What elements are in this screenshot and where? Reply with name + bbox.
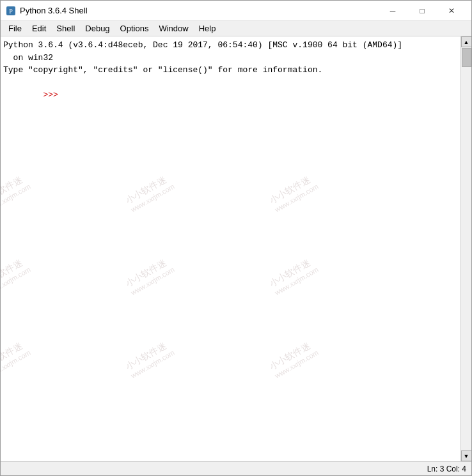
watermark-9: 小小软件迷 www.xxrjm.com — [268, 339, 320, 380]
main-window: P Python 3.6.4 Shell ─ □ ✕ File Edit She… — [0, 0, 472, 476]
menu-bar: File Edit Shell Debug Options Window Hel… — [1, 21, 471, 36]
minimize-button[interactable]: ─ — [378, 1, 407, 21]
shell-prompt: >>> — [43, 90, 63, 100]
window-title: Python 3.6.4 Shell — [20, 6, 378, 15]
menu-file[interactable]: File — [3, 22, 27, 35]
cursor-position: Ln: 3 Col: 4 — [427, 464, 466, 473]
menu-options[interactable]: Options — [115, 22, 154, 35]
watermark-1: 小小软件迷 www.xxrjm.com — [1, 173, 32, 213]
maximize-button[interactable]: □ — [407, 1, 437, 21]
status-bar: Ln: 3 Col: 4 — [1, 461, 471, 475]
menu-window[interactable]: Window — [153, 22, 193, 35]
scrollbar-up-button[interactable]: ▲ — [461, 36, 472, 47]
shell-prompt-line: >>> — [3, 77, 458, 114]
close-button[interactable]: ✕ — [437, 1, 466, 21]
watermark-2: 小小软件迷 www.xxrjm.com — [124, 173, 176, 213]
shell-content[interactable]: Python 3.6.4 (v3.6.4:d48eceb, Dec 19 201… — [1, 36, 460, 461]
menu-shell[interactable]: Shell — [51, 22, 80, 35]
watermark-7: 小小软件迷 www.xxrjm.com — [1, 339, 32, 380]
app-icon: P — [6, 6, 16, 16]
watermark-8: 小小软件迷 www.xxrjm.com — [124, 339, 176, 380]
shell-line-1: Python 3.6.4 (v3.6.4:d48eceb, Dec 19 201… — [3, 39, 458, 52]
scrollbar-vertical[interactable]: ▲ ▼ — [460, 36, 471, 461]
svg-text:P: P — [9, 8, 13, 15]
shell-body: Python 3.6.4 (v3.6.4:d48eceb, Dec 19 201… — [1, 36, 471, 461]
scrollbar-thumb[interactable] — [462, 48, 471, 67]
shell-line-2: on win32 — [3, 52, 458, 65]
scrollbar-track[interactable] — [461, 47, 471, 450]
watermark-4: 小小软件迷 www.xxrjm.com — [1, 256, 32, 296]
watermark-3: 小小软件迷 www.xxrjm.com — [268, 173, 320, 213]
watermark-6: 小小软件迷 www.xxrjm.com — [268, 256, 320, 296]
shell-line-3: Type "copyright", "credits" or "license(… — [3, 64, 458, 77]
title-bar: P Python 3.6.4 Shell ─ □ ✕ — [1, 1, 471, 21]
menu-debug[interactable]: Debug — [80, 22, 114, 35]
scrollbar-down-button[interactable]: ▼ — [461, 450, 472, 461]
watermark-5: 小小软件迷 www.xxrjm.com — [124, 256, 176, 296]
menu-help[interactable]: Help — [194, 22, 221, 35]
window-controls: ─ □ ✕ — [378, 1, 466, 21]
menu-edit[interactable]: Edit — [27, 22, 51, 35]
